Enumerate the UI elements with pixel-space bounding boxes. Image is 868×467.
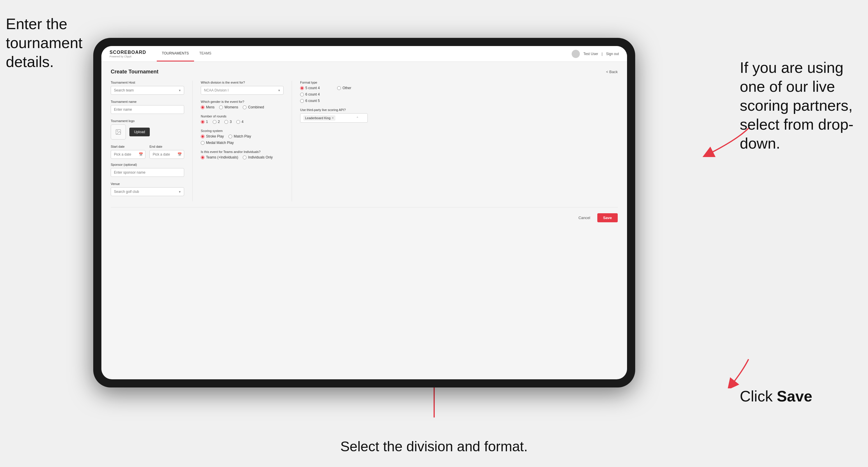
rounds-2[interactable]: 2 <box>213 120 220 124</box>
format-options-container: 5 count 4 6 count 4 6 count 5 <box>300 86 368 103</box>
event-type-group: Is this event for Teams and/or Individua… <box>201 150 283 159</box>
api-tag-remove-icon[interactable]: × <box>332 116 334 120</box>
gender-combined[interactable]: Combined <box>243 105 264 109</box>
upload-button[interactable]: Upload <box>129 128 150 136</box>
format-left-options: 5 count 4 6 count 4 6 count 5 <box>300 86 320 103</box>
gender-mens-label: Mens <box>206 105 214 109</box>
format-6count5-label: 6 count 5 <box>305 99 320 103</box>
scoring-radio-group: Stroke Play Match Play Medal Match Play <box>201 134 283 145</box>
navbar-logo-sub: Powered by Clippit <box>110 55 146 58</box>
gender-womens-label: Womens <box>224 105 238 109</box>
arrow-topright <box>684 122 754 160</box>
sponsor-label: Sponsor (optional) <box>111 163 184 166</box>
tournament-host-label: Tournament Host <box>111 81 184 84</box>
rounds-3[interactable]: 3 <box>224 120 231 124</box>
tournament-host-group: Tournament Host ▼ <box>111 81 184 95</box>
venue-input[interactable] <box>111 187 184 196</box>
format-6count5[interactable]: 6 count 5 <box>300 99 320 103</box>
scoring-label: Scoring system <box>201 129 283 132</box>
venue-label: Venue <box>111 182 184 186</box>
cancel-button[interactable]: Cancel <box>574 213 594 222</box>
avatar <box>572 50 580 58</box>
gender-group: Which gender is the event for? Mens Wome… <box>201 100 283 109</box>
api-label: Use third-party live scoring API? <box>300 108 368 112</box>
format-type-group: Format type 5 count 4 6 count 4 <box>300 81 368 103</box>
division-select[interactable] <box>201 86 283 95</box>
tab-teams[interactable]: TEAMS <box>194 46 216 61</box>
api-group: Use third-party live scoring API? Leader… <box>300 108 368 123</box>
format-6count4-label: 6 count 4 <box>305 92 320 96</box>
create-tournament-form: Tournament Host ▼ Tournament name Tourna… <box>111 81 618 201</box>
division-select-wrap: ▼ <box>201 86 283 95</box>
end-date-input[interactable] <box>150 150 184 159</box>
api-select[interactable]: Leaderboard King × ⌃ <box>300 113 368 123</box>
scoring-match[interactable]: Match Play <box>228 134 251 138</box>
end-date-wrap: 📅 <box>150 150 184 159</box>
scoring-stroke-label: Stroke Play <box>206 134 224 138</box>
format-5count4-label: 5 count 4 <box>305 86 320 90</box>
form-footer: Cancel Save <box>111 212 618 222</box>
tournament-name-input[interactable] <box>111 105 184 114</box>
rounds-4[interactable]: 4 <box>236 120 244 124</box>
navbar-user: Test User | Sign out <box>572 50 619 58</box>
tournament-host-input[interactable] <box>111 86 184 95</box>
event-type-label: Is this event for Teams and/or Individua… <box>201 150 283 154</box>
start-date-input[interactable] <box>111 150 145 159</box>
rounds-radio-group: 1 2 3 4 <box>201 120 283 124</box>
event-teams[interactable]: Teams (+Individuals) <box>201 155 238 159</box>
back-button[interactable]: < Back <box>606 70 618 74</box>
scoring-medal-match[interactable]: Medal Match Play <box>201 141 234 145</box>
date-row: Start date 📅 End date 📅 <box>111 145 184 159</box>
rounds-1[interactable]: 1 <box>201 120 208 124</box>
venue-group: Venue ▼ <box>111 182 184 196</box>
save-button[interactable]: Save <box>597 213 618 222</box>
tab-tournaments[interactable]: TOURNAMENTS <box>157 46 194 61</box>
rounds-3-label: 3 <box>229 120 231 124</box>
api-tag: Leaderboard King × <box>303 115 335 121</box>
form-col-2: Which division is the event for? ▼ Which… <box>193 81 292 201</box>
gender-mens[interactable]: Mens <box>201 105 214 109</box>
logo-upload-row: Upload <box>111 124 184 139</box>
sponsor-input[interactable] <box>111 168 184 177</box>
tablet-screen: SCOREBOARD Powered by Clippit TOURNAMENT… <box>101 46 627 379</box>
api-chevron-icon: ⌃ <box>356 116 359 120</box>
annotation-bottomright: Click Save <box>740 387 862 406</box>
division-label: Which division is the event for? <box>201 81 283 84</box>
format-other[interactable]: Other <box>337 86 351 90</box>
form-col-1: Tournament Host ▼ Tournament name Tourna… <box>111 81 192 201</box>
rounds-label: Number of rounds <box>201 115 283 118</box>
start-date-label: Start date <box>111 145 145 148</box>
form-col-3: Format type 5 count 4 6 count 4 <box>292 81 368 201</box>
venue-input-wrap: ▼ <box>111 187 184 196</box>
sponsor-group: Sponsor (optional) <box>111 163 184 177</box>
event-teams-label: Teams (+Individuals) <box>206 155 238 159</box>
format-6count4[interactable]: 6 count 4 <box>300 92 320 96</box>
event-individuals-label: Individuals Only <box>248 155 273 159</box>
signout-link[interactable]: Sign out <box>606 52 619 56</box>
tournament-host-input-wrap: ▼ <box>111 86 184 95</box>
api-tag-value: Leaderboard King <box>305 116 331 120</box>
event-individuals[interactable]: Individuals Only <box>243 155 273 159</box>
form-divider <box>111 207 618 208</box>
gender-womens[interactable]: Womens <box>219 105 238 109</box>
rounds-group: Number of rounds 1 2 <box>201 115 283 124</box>
tournament-logo-group: Tournament logo Upload <box>111 119 184 139</box>
pipe-separator: | <box>602 52 602 56</box>
division-group: Which division is the event for? ▼ <box>201 81 283 95</box>
scoring-stroke[interactable]: Stroke Play <box>201 134 224 138</box>
annotation-topright: If you are using one of our live scoring… <box>740 58 862 153</box>
format-5count4[interactable]: 5 count 4 <box>300 86 320 90</box>
format-type-label: Format type <box>300 81 368 84</box>
rounds-4-label: 4 <box>242 120 244 124</box>
scoring-group: Scoring system Stroke Play Match Play <box>201 129 283 145</box>
format-other-label: Other <box>342 86 351 90</box>
gender-combined-label: Combined <box>248 105 264 109</box>
end-date-group: End date 📅 <box>150 145 184 159</box>
rounds-1-label: 1 <box>206 120 208 124</box>
navbar-logo: SCOREBOARD Powered by Clippit <box>110 50 146 58</box>
page-title: Create Tournament <box>111 69 158 75</box>
page-header: Create Tournament < Back <box>111 69 618 75</box>
gender-radio-group: Mens Womens Combined <box>201 105 283 109</box>
format-right-options: Other <box>337 86 351 103</box>
navbar-logo-name: SCOREBOARD <box>110 50 146 55</box>
